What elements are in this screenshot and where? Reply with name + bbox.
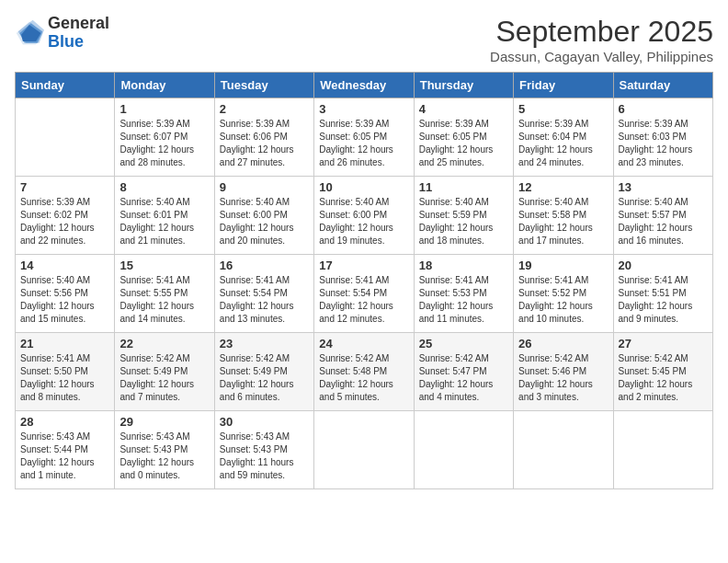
sunrise: Sunrise: 5:41 AM xyxy=(319,274,408,287)
day-number: 30 xyxy=(220,415,309,429)
calendar-day: 14 Sunrise: 5:40 AM Sunset: 5:56 PM Dayl… xyxy=(16,255,115,333)
calendar-day xyxy=(514,411,613,489)
calendar-day: 17 Sunrise: 5:41 AM Sunset: 5:54 PM Dayl… xyxy=(314,255,414,333)
daylight: Daylight: 12 hours and 18 minutes. xyxy=(419,222,508,247)
daylight: Daylight: 12 hours and 10 minutes. xyxy=(518,300,608,326)
calendar-day: 1 Sunrise: 5:39 AM Sunset: 6:07 PM Dayli… xyxy=(115,98,214,177)
calendar-table: Sunday Monday Tuesday Wednesday Thursday… xyxy=(15,72,713,489)
calendar-day: 16 Sunrise: 5:41 AM Sunset: 5:54 PM Dayl… xyxy=(214,255,313,333)
sunrise: Sunrise: 5:39 AM xyxy=(518,118,608,131)
sunset: Sunset: 5:53 PM xyxy=(419,287,508,300)
day-number: 3 xyxy=(319,102,408,116)
calendar-day: 2 Sunrise: 5:39 AM Sunset: 6:06 PM Dayli… xyxy=(214,98,313,177)
sunrise: Sunrise: 5:39 AM xyxy=(419,118,508,131)
sunrise: Sunrise: 5:41 AM xyxy=(20,352,109,365)
day-number: 23 xyxy=(220,337,309,350)
day-info: Sunrise: 5:40 AM Sunset: 5:59 PM Dayligh… xyxy=(419,196,508,247)
calendar-day: 29 Sunrise: 5:43 AM Sunset: 5:43 PM Dayl… xyxy=(115,411,214,489)
sunset: Sunset: 6:05 PM xyxy=(419,131,508,144)
daylight: Daylight: 12 hours and 26 minutes. xyxy=(319,144,408,169)
calendar-day: 28 Sunrise: 5:43 AM Sunset: 5:44 PM Dayl… xyxy=(16,411,115,489)
col-saturday: Saturday xyxy=(613,73,712,98)
day-number: 21 xyxy=(20,337,109,350)
day-info: Sunrise: 5:41 AM Sunset: 5:54 PM Dayligh… xyxy=(220,274,309,326)
day-number: 15 xyxy=(119,259,209,272)
logo-icon xyxy=(15,18,44,48)
daylight: Daylight: 12 hours and 17 minutes. xyxy=(518,222,608,247)
sunset: Sunset: 5:47 PM xyxy=(419,365,508,378)
day-info: Sunrise: 5:40 AM Sunset: 6:00 PM Dayligh… xyxy=(220,196,309,247)
day-number: 4 xyxy=(419,102,508,116)
day-info: Sunrise: 5:41 AM Sunset: 5:50 PM Dayligh… xyxy=(20,352,109,404)
day-info: Sunrise: 5:39 AM Sunset: 6:06 PM Dayligh… xyxy=(220,118,309,169)
daylight: Daylight: 12 hours and 5 minutes. xyxy=(319,378,408,404)
day-number: 7 xyxy=(20,180,109,194)
sunset: Sunset: 5:59 PM xyxy=(419,209,508,222)
logo: General Blue xyxy=(15,15,109,52)
sunset: Sunset: 5:49 PM xyxy=(119,365,209,378)
calendar-day: 23 Sunrise: 5:42 AM Sunset: 5:49 PM Dayl… xyxy=(214,333,313,411)
col-friday: Friday xyxy=(514,73,613,98)
sunrise: Sunrise: 5:41 AM xyxy=(518,274,608,287)
sunset: Sunset: 5:45 PM xyxy=(619,365,708,378)
calendar-day: 12 Sunrise: 5:40 AM Sunset: 5:58 PM Dayl… xyxy=(514,177,613,255)
col-tuesday: Tuesday xyxy=(214,73,313,98)
day-info: Sunrise: 5:39 AM Sunset: 6:07 PM Dayligh… xyxy=(119,118,209,169)
sunset: Sunset: 5:49 PM xyxy=(220,365,309,378)
sunrise: Sunrise: 5:42 AM xyxy=(619,352,708,365)
daylight: Daylight: 12 hours and 16 minutes. xyxy=(619,222,708,247)
daylight: Daylight: 12 hours and 22 minutes. xyxy=(20,222,109,247)
sunrise: Sunrise: 5:43 AM xyxy=(20,431,109,443)
logo-blue: Blue xyxy=(48,33,109,52)
sunset: Sunset: 5:43 PM xyxy=(220,443,309,456)
day-number: 10 xyxy=(319,180,408,194)
sunset: Sunset: 6:03 PM xyxy=(619,131,708,144)
day-info: Sunrise: 5:41 AM Sunset: 5:52 PM Dayligh… xyxy=(518,274,608,326)
day-info: Sunrise: 5:40 AM Sunset: 5:56 PM Dayligh… xyxy=(20,274,109,326)
calendar-day: 7 Sunrise: 5:39 AM Sunset: 6:02 PM Dayli… xyxy=(16,177,115,255)
calendar-day: 4 Sunrise: 5:39 AM Sunset: 6:05 PM Dayli… xyxy=(414,98,513,177)
calendar-day: 25 Sunrise: 5:42 AM Sunset: 5:47 PM Dayl… xyxy=(414,333,513,411)
sunset: Sunset: 5:56 PM xyxy=(20,287,109,300)
calendar-day: 27 Sunrise: 5:42 AM Sunset: 5:45 PM Dayl… xyxy=(613,333,712,411)
day-number: 16 xyxy=(220,259,309,272)
sunrise: Sunrise: 5:43 AM xyxy=(119,431,209,443)
daylight: Daylight: 11 hours and 59 minutes. xyxy=(220,456,309,482)
daylight: Daylight: 12 hours and 28 minutes. xyxy=(119,144,209,169)
day-number: 2 xyxy=(220,102,309,116)
calendar-week-5: 28 Sunrise: 5:43 AM Sunset: 5:44 PM Dayl… xyxy=(16,411,713,489)
calendar-day: 13 Sunrise: 5:40 AM Sunset: 5:57 PM Dayl… xyxy=(613,177,712,255)
sunrise: Sunrise: 5:41 AM xyxy=(619,274,708,287)
day-number: 25 xyxy=(419,337,508,350)
sunrise: Sunrise: 5:42 AM xyxy=(518,352,608,365)
sunset: Sunset: 5:58 PM xyxy=(518,209,608,222)
page-header: General Blue September 2025 Dassun, Caga… xyxy=(15,15,713,64)
sunrise: Sunrise: 5:39 AM xyxy=(20,196,109,209)
daylight: Daylight: 12 hours and 2 minutes. xyxy=(619,378,708,404)
day-number: 12 xyxy=(518,180,608,194)
day-info: Sunrise: 5:39 AM Sunset: 6:05 PM Dayligh… xyxy=(419,118,508,169)
sunrise: Sunrise: 5:39 AM xyxy=(319,118,408,131)
day-number: 14 xyxy=(20,259,109,272)
calendar-day: 20 Sunrise: 5:41 AM Sunset: 5:51 PM Dayl… xyxy=(613,255,712,333)
day-info: Sunrise: 5:41 AM Sunset: 5:55 PM Dayligh… xyxy=(119,274,209,326)
calendar-week-1: 1 Sunrise: 5:39 AM Sunset: 6:07 PM Dayli… xyxy=(16,98,713,177)
calendar-day: 6 Sunrise: 5:39 AM Sunset: 6:03 PM Dayli… xyxy=(613,98,712,177)
day-info: Sunrise: 5:41 AM Sunset: 5:54 PM Dayligh… xyxy=(319,274,408,326)
day-info: Sunrise: 5:39 AM Sunset: 6:05 PM Dayligh… xyxy=(319,118,408,169)
daylight: Daylight: 12 hours and 9 minutes. xyxy=(619,300,708,326)
day-number: 26 xyxy=(518,337,608,350)
logo-general: General xyxy=(48,15,109,33)
col-wednesday: Wednesday xyxy=(314,73,414,98)
sunrise: Sunrise: 5:40 AM xyxy=(518,196,608,209)
day-info: Sunrise: 5:43 AM Sunset: 5:44 PM Dayligh… xyxy=(20,431,109,482)
sunset: Sunset: 5:51 PM xyxy=(619,287,708,300)
sunrise: Sunrise: 5:40 AM xyxy=(619,196,708,209)
sunset: Sunset: 5:48 PM xyxy=(319,365,408,378)
day-number: 24 xyxy=(319,337,408,350)
sunset: Sunset: 6:02 PM xyxy=(20,209,109,222)
calendar-day: 19 Sunrise: 5:41 AM Sunset: 5:52 PM Dayl… xyxy=(514,255,613,333)
daylight: Daylight: 12 hours and 4 minutes. xyxy=(419,378,508,404)
daylight: Daylight: 12 hours and 13 minutes. xyxy=(220,300,309,326)
sunrise: Sunrise: 5:42 AM xyxy=(319,352,408,365)
